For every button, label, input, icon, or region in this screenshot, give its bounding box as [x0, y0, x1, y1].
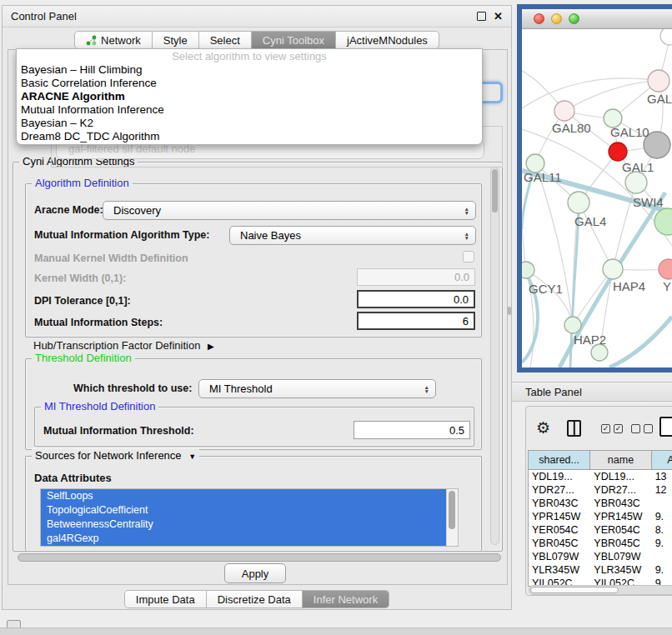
table-cell[interactable]: 9. — [652, 510, 672, 523]
network-node[interactable] — [591, 344, 608, 361]
apply-button[interactable]: Apply — [224, 563, 286, 583]
select-all-columns-icon[interactable]: ✓ ✓ — [601, 424, 623, 433]
dpi-tolerance-field[interactable]: 0.0 — [357, 290, 475, 308]
close-icon[interactable]: ✕ — [494, 11, 503, 22]
dropdown-item[interactable]: Mutual Information Inference — [17, 103, 482, 117]
table-cell[interactable]: YDL19... — [529, 470, 590, 483]
table-row[interactable]: YLR345WYLR345W9. — [529, 563, 672, 577]
list-item[interactable]: gal4RGexp — [41, 532, 458, 546]
network-edge[interactable] — [535, 163, 573, 325]
table-row[interactable]: YBR045CYBR045C9. — [529, 537, 672, 550]
mi-threshold-field[interactable]: 0.5 — [354, 421, 470, 439]
network-window-titlebar[interactable] — [522, 9, 672, 29]
manual-kernel-checkbox[interactable] — [463, 251, 474, 262]
export-table-icon[interactable] — [659, 417, 672, 437]
table-cell[interactable]: YPR145W — [529, 510, 590, 523]
network-node[interactable] — [660, 29, 672, 45]
network-node[interactable] — [654, 208, 672, 235]
table-horizontal-scrollbar[interactable] — [529, 585, 672, 595]
table-cell[interactable]: YDR27... — [529, 483, 590, 497]
float-window-icon[interactable] — [477, 12, 486, 21]
table-cell[interactable]: YBL079W — [529, 550, 590, 563]
network-node[interactable] — [648, 70, 669, 92]
table-row[interactable]: YDR27...YDR27...12 — [529, 483, 672, 497]
table-row[interactable]: YDL19...YDL19...13 — [529, 470, 672, 483]
network-node[interactable] — [564, 317, 581, 333]
list-scrollbar[interactable] — [446, 489, 458, 546]
network-node[interactable] — [609, 142, 627, 161]
network-node[interactable] — [554, 101, 574, 121]
tab-impute-data[interactable]: Impute Data — [124, 590, 207, 608]
table-cell[interactable]: YPR145W — [590, 510, 651, 523]
tab-infer-network[interactable]: Infer Network — [303, 590, 389, 608]
list-item[interactable]: TopologicalCoefficient — [41, 503, 458, 518]
dropdown-item[interactable]: Bayesian – Hill Climbing — [17, 63, 482, 77]
network-node[interactable] — [625, 172, 647, 193]
dropdown-item[interactable]: Dream8 DC_TDC Algorithm — [17, 130, 482, 143]
table-cell[interactable]: YER054C — [529, 523, 590, 537]
settings-scrollbar[interactable] — [490, 167, 499, 545]
table-row[interactable]: YER054CYER054C8. — [529, 523, 672, 537]
table-cell[interactable]: YLR345W — [590, 563, 651, 577]
tab-select[interactable]: Select — [199, 31, 252, 49]
list-item[interactable]: BetweennessCentrality — [41, 518, 458, 532]
table-cell[interactable] — [652, 550, 672, 563]
network-node[interactable] — [568, 192, 589, 213]
mi-steps-field[interactable]: 6 — [357, 312, 475, 330]
manual-kernel-label: Manual Kernel Width Definition — [34, 252, 188, 264]
table-cell[interactable] — [652, 497, 672, 510]
table-row[interactable]: YPR145WYPR145W9. — [529, 510, 672, 523]
network-edge-thick[interactable] — [609, 317, 672, 368]
gear-icon[interactable]: ⚙ — [536, 418, 550, 438]
table-cell[interactable]: YER054C — [590, 523, 651, 537]
network-node[interactable] — [659, 259, 672, 279]
table-row[interactable]: YBL079WYBL079W — [529, 550, 672, 563]
panel-splitter-handle[interactable] — [508, 307, 511, 315]
table-cell[interactable]: 8. — [652, 523, 672, 537]
mi-type-combo[interactable]: Naive Bayes ▲▼ — [229, 226, 476, 245]
table-cell[interactable]: YBR045C — [529, 537, 590, 550]
table-cell[interactable]: YBR043C — [590, 497, 651, 510]
column-layout-icon[interactable] — [567, 420, 581, 437]
minimize-traffic-light[interactable] — [551, 13, 562, 24]
network-node[interactable] — [603, 259, 623, 279]
which-threshold-combo[interactable]: MI Threshold ▲▼ — [198, 379, 436, 398]
tab-style[interactable]: Style — [153, 31, 199, 49]
dropdown-item[interactable]: Basic Correlation Inference — [17, 77, 482, 90]
column-header-name[interactable]: name — [590, 451, 651, 470]
list-item[interactable]: SelfLoops — [41, 489, 458, 503]
table-cell[interactable]: 9. — [652, 537, 672, 550]
column-header-partial[interactable]: A — [652, 451, 672, 470]
aracne-mode-combo[interactable]: Discovery ▲▼ — [103, 201, 476, 220]
table-cell[interactable]: YBR043C — [529, 497, 590, 510]
sources-title[interactable]: Sources for Network Inference ▼ — [32, 449, 199, 462]
dropdown-item[interactable]: Bayesian – K2 — [17, 117, 482, 130]
column-header-shared-name[interactable]: shared... — [529, 451, 590, 470]
dropdown-item-selected[interactable]: ARACNE Algorithm — [17, 90, 482, 103]
hub-definition-toggle[interactable]: Hub/Transcription Factor Definition ▶ — [33, 339, 214, 352]
table-cell[interactable]: YBL079W — [590, 550, 651, 563]
tab-label: Cyni Toolbox — [263, 34, 324, 47]
table-cell[interactable]: YDL19... — [590, 470, 651, 483]
network-svg[interactable]: GALGAL80GAL10GAL1GAL11SWI4GAL4GCY1HAP4YH… — [522, 29, 672, 368]
table-cell[interactable]: YBR045C — [590, 537, 651, 550]
close-traffic-light[interactable] — [534, 13, 544, 24]
network-edge[interactable] — [564, 81, 659, 111]
tab-network[interactable]: Network — [74, 31, 153, 49]
tab-discretize-data[interactable]: Discretize Data — [207, 590, 303, 608]
table-cell[interactable]: 9. — [652, 563, 672, 577]
zoom-traffic-light[interactable] — [569, 13, 579, 24]
tab-jactivemnodules[interactable]: jActiveMNodules — [336, 31, 439, 49]
settings-horizontal-scrollbar[interactable] — [18, 553, 501, 562]
tab-cyni-toolbox[interactable]: Cyni Toolbox — [252, 31, 336, 49]
table-cell[interactable]: YLR345W — [529, 563, 590, 577]
network-node-label: HAP2 — [574, 332, 606, 347]
table-cell[interactable]: 13 — [652, 470, 672, 483]
deselect-all-columns-icon[interactable] — [631, 424, 653, 433]
table-cell[interactable]: 12 — [652, 483, 672, 497]
network-node[interactable] — [522, 262, 534, 278]
network-view-window: GALGAL80GAL10GAL1GAL11SWI4GAL4GCY1HAP4YH… — [517, 4, 672, 372]
kernel-width-field[interactable]: 0.0 — [357, 268, 475, 286]
table-cell[interactable]: YDR27... — [590, 483, 651, 497]
table-row[interactable]: YBR043CYBR043C — [529, 497, 672, 510]
